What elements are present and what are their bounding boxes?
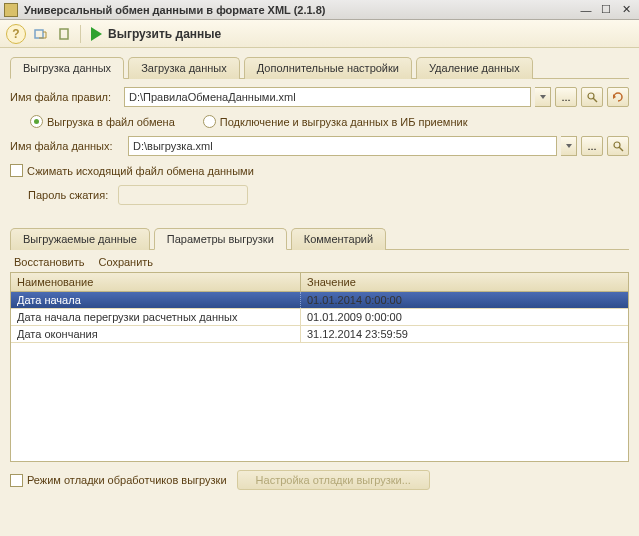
debug-settings-button: Настройка отладки выгрузки... — [237, 470, 430, 490]
toolbar: ? Выгрузить данные — [0, 20, 639, 48]
close-button[interactable]: ✕ — [617, 3, 635, 17]
data-file-label: Имя файла данных: — [10, 140, 124, 152]
svg-line-6 — [619, 147, 623, 151]
rules-file-search[interactable] — [581, 87, 603, 107]
radio-export-to-file[interactable]: Выгрузка в файл обмена — [30, 115, 175, 128]
table-row[interactable]: Дата окончания 31.12.2014 23:59:59 — [11, 326, 628, 343]
rules-file-browse[interactable]: ... — [555, 87, 577, 107]
sub-toolbar: Восстановить Сохранить — [10, 250, 629, 272]
play-icon — [91, 27, 102, 41]
grid-body[interactable]: Дата начала 01.01.2014 0:00:00 Дата нача… — [11, 292, 628, 461]
titlebar: Универсальный обмен данными в формате XM… — [0, 0, 639, 20]
separator — [80, 25, 81, 43]
tab-export[interactable]: Выгрузка данных — [10, 57, 124, 79]
export-button[interactable]: Выгрузить данные — [87, 25, 225, 43]
data-file-browse[interactable]: ... — [581, 136, 603, 156]
main-tabs: Выгрузка данных Загрузка данных Дополнит… — [10, 56, 629, 79]
tab-comment[interactable]: Комментарий — [291, 228, 386, 250]
svg-rect-1 — [60, 29, 68, 39]
restore-link[interactable]: Восстановить — [14, 256, 84, 268]
grid-header-value[interactable]: Значение — [301, 273, 628, 291]
data-file-input[interactable]: D:\выгрузка.xml — [128, 136, 557, 156]
cell-value: 31.12.2014 23:59:59 — [301, 326, 628, 342]
cell-name: Дата начала перегрузки расчетных данных — [11, 309, 301, 325]
cell-value: 01.01.2014 0:00:00 — [301, 292, 628, 308]
svg-line-3 — [593, 98, 597, 102]
radio-export-to-ib[interactable]: Подключение и выгрузка данных в ИБ прием… — [203, 115, 468, 128]
compress-checkbox[interactable]: Сжимать исходящий файл обмена данными — [10, 164, 254, 177]
app-icon — [4, 3, 18, 17]
password-input[interactable] — [118, 185, 248, 205]
toolbar-icon-2[interactable] — [54, 24, 74, 44]
grid-header: Наименование Значение — [11, 273, 628, 292]
toolbar-icon-1[interactable] — [30, 24, 50, 44]
minimize-button[interactable]: — — [577, 3, 595, 17]
magnifier-icon — [586, 91, 598, 103]
radio-icon — [30, 115, 43, 128]
tab-exported-data[interactable]: Выгружаемые данные — [10, 228, 150, 250]
password-label: Пароль сжатия: — [28, 189, 108, 201]
svg-rect-0 — [35, 30, 43, 38]
grid-header-name[interactable]: Наименование — [11, 273, 301, 291]
cell-value: 01.01.2009 0:00:00 — [301, 309, 628, 325]
checkbox-icon — [10, 164, 23, 177]
sub-tabs: Выгружаемые данные Параметры выгрузки Ко… — [10, 227, 629, 250]
help-button[interactable]: ? — [6, 24, 26, 44]
rules-file-refresh[interactable] — [607, 87, 629, 107]
checkbox-icon — [10, 474, 23, 487]
debug-checkbox[interactable]: Режим отладки обработчиков выгрузки — [10, 474, 227, 487]
export-label: Выгрузить данные — [108, 27, 221, 41]
cell-name: Дата окончания — [11, 326, 301, 342]
tab-delete[interactable]: Удаление данных — [416, 57, 533, 79]
tab-import[interactable]: Загрузка данных — [128, 57, 240, 79]
rules-file-input[interactable]: D:\ПравилаОбменаДанными.xml — [124, 87, 531, 107]
table-row[interactable]: Дата начала 01.01.2014 0:00:00 — [11, 292, 628, 309]
params-grid: Наименование Значение Дата начала 01.01.… — [10, 272, 629, 462]
data-file-search[interactable] — [607, 136, 629, 156]
magnifier-icon — [612, 140, 624, 152]
cell-name: Дата начала — [11, 292, 301, 308]
save-link[interactable]: Сохранить — [98, 256, 153, 268]
table-row[interactable]: Дата начала перегрузки расчетных данных … — [11, 309, 628, 326]
rules-file-label: Имя файла правил: — [10, 91, 120, 103]
window-title: Универсальный обмен данными в формате XM… — [24, 4, 575, 16]
refresh-icon — [611, 90, 625, 104]
rules-file-dropdown[interactable] — [535, 87, 551, 107]
maximize-button[interactable]: ☐ — [597, 3, 615, 17]
radio-icon — [203, 115, 216, 128]
tab-settings[interactable]: Дополнительные настройки — [244, 57, 412, 79]
data-file-dropdown[interactable] — [561, 136, 577, 156]
tab-export-params[interactable]: Параметры выгрузки — [154, 228, 287, 250]
